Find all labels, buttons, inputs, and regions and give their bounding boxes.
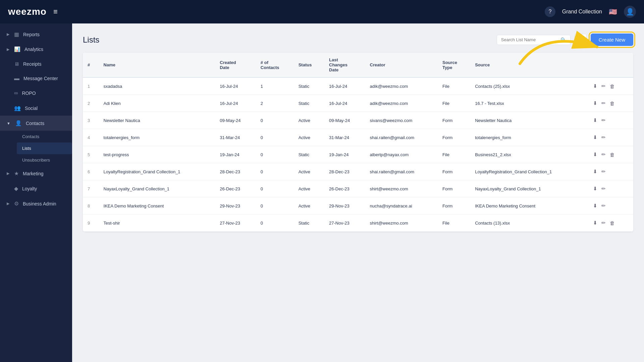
edit-button[interactable]: ✏ [600,82,607,90]
sidebar-subitem-unsubscribers[interactable]: Unsubscribers [17,154,72,166]
lists-table-container: # Name CreatedDate # ofContacts Status L… [83,53,633,232]
search-input[interactable] [501,37,558,42]
cell-last-change: 09-May-24 [324,112,365,129]
receipts-icon: 🖥 [14,61,19,67]
expand-arrow-social: ▶ [7,106,9,110]
edit-button[interactable]: ✏ [600,202,607,209]
sidebar-item-analytics[interactable]: ▶ 📊 Analytics [0,42,72,57]
download-button[interactable]: ⬇ [591,100,599,107]
logo: weezmo [8,6,47,17]
sidebar-item-ropo[interactable]: ▶ ∞ ROPO [0,86,72,101]
search-icon: 🔍 [560,37,566,43]
cell-last-change: 19-Jan-24 [324,146,365,163]
user-avatar-icon[interactable]: 👤 [624,6,636,18]
edit-button[interactable]: ✏ [600,100,607,107]
sidebar-item-reports[interactable]: ▶ ▦ Reports [0,27,72,42]
cell-num: 7 [83,180,99,197]
cell-contacts: 0 [256,146,294,163]
sidebar-item-social[interactable]: ▶ 👥 Social [0,101,72,116]
cell-creator: shirt@weezmo.com [365,215,438,232]
menu-toggle-button[interactable]: ≡ [53,7,58,16]
col-created: CreatedDate [215,53,256,77]
cell-name: LoyaltyRegistration_Grand Collection_1 [99,163,215,180]
sidebar-item-business-admin[interactable]: ▶ ⚙ Business Admin [0,196,72,211]
table-row: 6 LoyaltyRegistration_Grand Collection_1… [83,163,633,180]
reports-icon: ▦ [14,31,19,38]
download-button[interactable]: ⬇ [591,219,599,227]
download-button[interactable]: ⬇ [591,185,599,192]
cell-status: Active [294,112,324,129]
download-button[interactable]: ⬇ [591,117,599,124]
cell-created: 31-Mar-24 [215,129,256,146]
cell-num: 9 [83,215,99,232]
sidebar-item-message-center[interactable]: ▶ ▬ Message Center [0,71,72,86]
sidebar-label-contacts: Contacts [26,121,44,126]
edit-button[interactable]: ✏ [600,151,607,158]
expand-arrow-receipts: ▶ [7,62,9,66]
download-button[interactable]: ⬇ [591,202,599,209]
cell-status: Static [294,146,324,163]
edit-button[interactable]: ✏ [600,134,607,141]
marketing-icon: ★ [14,170,19,177]
cell-last-change: 26-Dec-23 [324,180,365,197]
edit-button[interactable]: ✏ [600,117,607,124]
lists-table: # Name CreatedDate # ofContacts Status L… [83,53,633,232]
sidebar-item-receipts[interactable]: ▶ 🖥 Receipts [0,57,72,71]
cell-contacts: 2 [256,95,294,112]
cell-source: totalenergies_form [470,129,587,146]
table-row: 5 test-progress 19-Jan-24 0 Static 19-Ja… [83,146,633,163]
col-creator: Creator [365,53,438,77]
cell-source-type: Form [438,129,470,146]
download-button[interactable]: ⬇ [591,82,599,90]
sidebar-subitem-lists[interactable]: Lists [17,142,72,154]
cell-status: Static [294,215,324,232]
download-button[interactable]: ⬇ [591,168,599,175]
edit-button[interactable]: ✏ [600,219,607,227]
download-button[interactable]: ⬇ [591,151,599,158]
table-row: 2 Adi Klien 16-Jul-24 2 Static 16-Jul-24… [83,95,633,112]
create-new-button[interactable]: Create New [591,34,633,46]
analytics-icon: 📊 [14,46,20,52]
col-contacts: # ofContacts [256,53,294,77]
cell-creator: shirt@weezmo.com [365,180,438,197]
cell-actions: ⬇ ✏ 🗑 [587,215,633,232]
row-actions: ⬇ ✏ 🗑 [591,100,629,107]
row-actions: ⬇ ✏ 🗑 [591,151,629,158]
language-flag[interactable]: 🇺🇸 [609,8,617,16]
search-box: 🔍 [497,35,571,45]
expand-arrow-analytics: ▶ [7,47,9,52]
cell-name: NayaxLoyalty_Grand Collection_1 [99,180,215,197]
cell-name: Test-shir [99,215,215,232]
edit-button[interactable]: ✏ [600,185,607,192]
download-button[interactable]: ⬇ [591,134,599,141]
sidebar-item-loyalty[interactable]: ▶ ◆ Loyalty [0,181,72,196]
cell-actions: ⬇ ✏ [587,129,633,146]
cell-contacts: 1 [256,77,294,95]
col-source-type: SourceType [438,53,470,77]
cell-created: 26-Dec-23 [215,180,256,197]
table-row: 3 Newsletter Nautica 09-May-24 0 Active … [83,112,633,129]
cell-created: 09-May-24 [215,112,256,129]
edit-button[interactable]: ✏ [600,168,607,175]
sidebar-item-contacts[interactable]: ▼ 👤 Contacts [0,116,72,131]
delete-button[interactable]: 🗑 [608,100,616,107]
sidebar-label-receipts: Receipts [23,61,41,67]
sidebar-label-loyalty: Loyalty [22,186,37,191]
cell-status: Static [294,95,324,112]
row-actions: ⬇ ✏ [591,202,629,209]
cell-source-type: File [438,77,470,95]
row-actions: ⬇ ✏ 🗑 [591,219,629,227]
delete-button[interactable]: 🗑 [608,220,616,227]
sidebar-item-marketing[interactable]: ▶ ★ Marketing [0,166,72,181]
sidebar-label-analytics: Analytics [24,47,43,52]
topbar-right: ? Grand Collection 🇺🇸 👤 [545,6,636,18]
delete-button[interactable]: 🗑 [608,83,616,90]
help-icon[interactable]: ? [545,6,555,17]
filter-button[interactable]: ⚙ [575,34,587,46]
cell-last-change: 31-Mar-24 [324,129,365,146]
sidebar-subitem-contacts[interactable]: Contacts [17,131,72,142]
contacts-subnav: Contacts Lists Unsubscribers [0,131,72,166]
delete-button[interactable]: 🗑 [608,151,616,158]
cell-source-type: Form [438,112,470,129]
row-actions: ⬇ ✏ 🗑 [591,82,629,90]
